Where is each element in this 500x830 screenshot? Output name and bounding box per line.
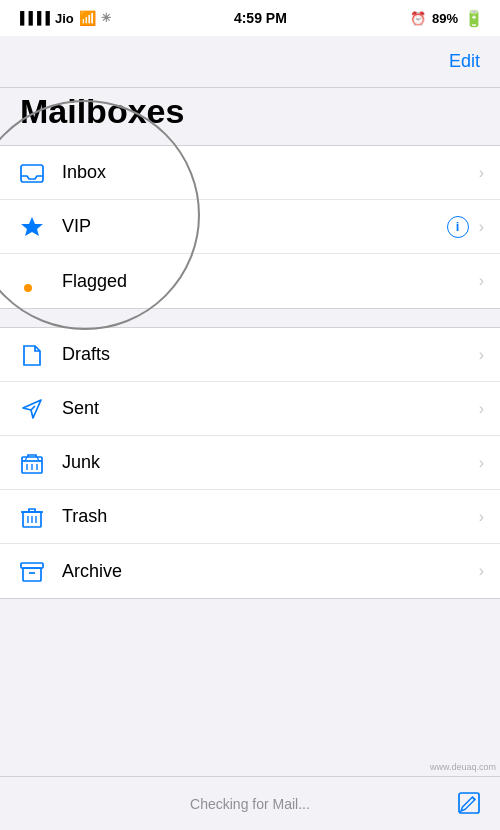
flagged-item[interactable]: Flagged › bbox=[0, 254, 500, 308]
drafts-label: Drafts bbox=[62, 344, 475, 365]
inbox-item[interactable]: Inbox › bbox=[0, 146, 500, 200]
junk-chevron: › bbox=[479, 454, 484, 472]
trash-label: Trash bbox=[62, 506, 475, 527]
sent-label: Sent bbox=[62, 398, 475, 419]
sent-icon bbox=[16, 393, 48, 425]
archive-label: Archive bbox=[62, 561, 475, 582]
svg-rect-17 bbox=[23, 568, 41, 581]
flag-icon bbox=[16, 265, 48, 297]
carrier-label: Jio bbox=[55, 11, 74, 26]
vip-info-button[interactable]: i bbox=[447, 216, 469, 238]
flagged-actions: › bbox=[475, 272, 484, 290]
inbox-chevron: › bbox=[479, 164, 484, 182]
svg-marker-1 bbox=[21, 217, 43, 236]
drafts-item[interactable]: Drafts › bbox=[0, 328, 500, 382]
drafts-actions: › bbox=[475, 346, 484, 364]
vip-item[interactable]: VIP i › bbox=[0, 200, 500, 254]
bottom-bar: Checking for Mail... bbox=[0, 776, 500, 830]
sent-actions: › bbox=[475, 400, 484, 418]
mailboxes-section: Drafts › Sent › bbox=[0, 327, 500, 599]
vip-label: VIP bbox=[62, 216, 447, 237]
battery-label: 89% bbox=[432, 11, 458, 26]
sent-chevron: › bbox=[479, 400, 484, 418]
archive-icon bbox=[16, 555, 48, 587]
wifi-icon: 📶 bbox=[79, 10, 96, 26]
nav-bar: Edit bbox=[0, 36, 500, 88]
vip-icon bbox=[16, 211, 48, 243]
archive-chevron: › bbox=[479, 562, 484, 580]
drafts-chevron: › bbox=[479, 346, 484, 364]
archive-actions: › bbox=[475, 562, 484, 580]
alarm-icon: ⏰ bbox=[410, 11, 426, 26]
page-title: Mailboxes bbox=[20, 92, 480, 131]
compose-button[interactable] bbox=[454, 788, 484, 818]
junk-actions: › bbox=[475, 454, 484, 472]
svg-line-3 bbox=[31, 406, 35, 410]
vip-chevron: › bbox=[479, 218, 484, 236]
inbox-actions: › bbox=[475, 164, 484, 182]
section-gap-1 bbox=[0, 309, 500, 327]
trash-icon bbox=[16, 501, 48, 533]
watermark: www.deuaq.com bbox=[430, 762, 496, 772]
activity-icon: ✳ bbox=[101, 11, 111, 25]
status-left: ▐▐▐▐ Jio 📶 ✳ bbox=[16, 10, 111, 26]
junk-item[interactable]: Junk › bbox=[0, 436, 500, 490]
drafts-icon bbox=[16, 339, 48, 371]
status-time: 4:59 PM bbox=[234, 10, 287, 26]
sent-item[interactable]: Sent › bbox=[0, 382, 500, 436]
trash-chevron: › bbox=[479, 508, 484, 526]
inbox-icon bbox=[16, 157, 48, 189]
flagged-label: Flagged bbox=[62, 271, 475, 292]
status-bar: ▐▐▐▐ Jio 📶 ✳ 4:59 PM ⏰ 89% 🔋 bbox=[0, 0, 500, 36]
trash-item[interactable]: Trash › bbox=[0, 490, 500, 544]
trash-actions: › bbox=[475, 508, 484, 526]
vip-actions: i › bbox=[447, 216, 484, 238]
svg-point-2 bbox=[24, 284, 32, 292]
checking-status: Checking for Mail... bbox=[0, 796, 500, 812]
signal-icon: ▐▐▐▐ bbox=[16, 11, 50, 25]
icloud-section: Inbox › VIP i › Flagged › bbox=[0, 145, 500, 309]
page-title-area: Mailboxes bbox=[0, 88, 500, 145]
edit-button[interactable]: Edit bbox=[449, 51, 480, 72]
junk-icon bbox=[16, 447, 48, 479]
battery-icon: 🔋 bbox=[464, 9, 484, 28]
archive-item[interactable]: Archive › bbox=[0, 544, 500, 598]
inbox-label: Inbox bbox=[62, 162, 475, 183]
status-right: ⏰ 89% 🔋 bbox=[410, 9, 484, 28]
flagged-chevron: › bbox=[479, 272, 484, 290]
junk-label: Junk bbox=[62, 452, 475, 473]
